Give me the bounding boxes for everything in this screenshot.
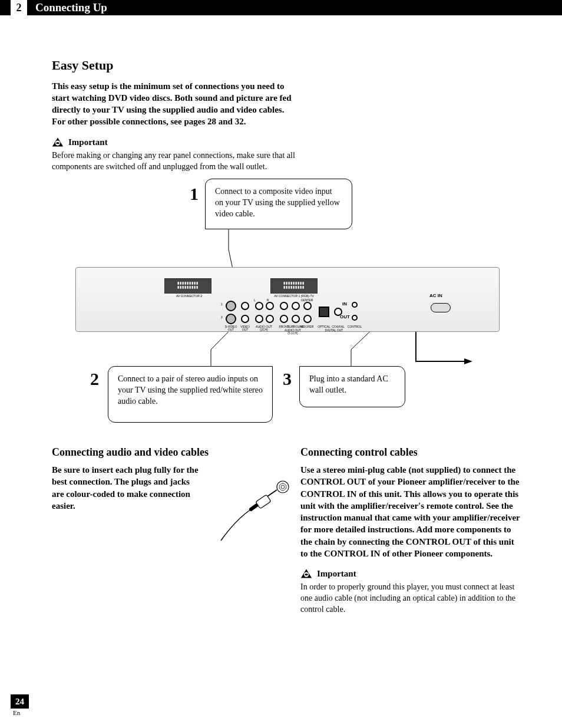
intro-page-ref: pages 28 and 32. <box>184 117 246 126</box>
setup-diagram: 1 Connect to a composite video input on … <box>52 179 521 438</box>
label-r1: R <box>267 299 269 302</box>
page-number: 24 <box>11 694 29 709</box>
control-out <box>352 315 358 321</box>
warning-icon <box>52 137 64 147</box>
language-code: En <box>13 709 29 717</box>
rb-co2: CONTROL OUT <box>406 537 471 546</box>
right-body: Use a stereo mini-plug cable (not suppli… <box>300 464 521 559</box>
surround-r <box>292 315 300 323</box>
important-label: Important <box>68 136 108 148</box>
control-in <box>352 302 358 308</box>
svideo-jack-1 <box>226 301 236 311</box>
page-footer: 24 En <box>11 694 29 717</box>
front-l <box>280 302 288 310</box>
chapter-number: 2 <box>11 0 27 15</box>
front-r <box>280 315 288 323</box>
audio2ch-l <box>255 302 263 310</box>
label-out: OUT <box>340 315 350 319</box>
svg-rect-8 <box>256 495 271 509</box>
label-control: CONTROL <box>346 325 363 328</box>
section-intro: This easy setup is the minimum set of co… <box>52 80 299 128</box>
callout-2: Connect to a pair of stereo audio inputs… <box>108 366 273 423</box>
rca-plug-illustration <box>218 479 295 543</box>
label-digital: DIGITAL OUT <box>321 329 347 332</box>
chapter-title: Connecting Up <box>35 0 107 15</box>
rb-ci: CONTROL IN <box>300 489 356 499</box>
rb5: of other Pioneer components. <box>380 549 492 558</box>
rb-ci2: CONTROL IN <box>324 549 380 558</box>
label-center: CENTER <box>300 299 314 302</box>
label-audio51: AUDIO OUT (5.1CH) <box>280 329 306 335</box>
svg-point-6 <box>279 483 286 490</box>
callout-3: Plug into a standard AC wall outlet. <box>299 366 405 407</box>
ac-inlet <box>431 303 451 312</box>
intro-text: This easy setup is the minimum set of co… <box>52 81 292 127</box>
optical-out <box>319 307 329 317</box>
scart-connector-1: ▮▮▮▮▮▮▮▮▮▮▮▮▮▮▮▮▮▮ <box>270 278 318 294</box>
video-out-1 <box>241 302 249 310</box>
video-out-2 <box>241 315 249 323</box>
section-title: Easy Setup <box>52 57 521 74</box>
callout-1: Connect to a composite video input on yo… <box>205 179 352 229</box>
svideo-jack-2 <box>226 314 236 324</box>
svg-point-5 <box>277 481 289 493</box>
label-acin: AC IN <box>429 294 442 298</box>
warning-icon <box>300 568 312 579</box>
center-jack <box>303 302 312 310</box>
scart-connector-2: ▮▮▮▮▮▮▮▮▮▮▮▮▮▮▮▮▮▮ <box>164 278 211 294</box>
audio2ch-r <box>266 302 274 310</box>
label-video: VIDEO OUT <box>237 325 253 331</box>
audio2ch-l2 <box>255 315 263 323</box>
callout-3-number: 3 <box>283 367 292 391</box>
label-av2: AV CONNECTOR 2 <box>166 295 213 298</box>
important-heading-2: Important <box>300 568 521 579</box>
label-in: IN <box>342 302 347 307</box>
woofer-jack <box>303 315 312 323</box>
rb2: of your Pioneer amplifier/receiver to th… <box>366 477 519 486</box>
label-coaxial: COAXIAL <box>330 325 346 328</box>
label-l1: L <box>254 299 256 302</box>
callout-1-number: 1 <box>190 182 199 206</box>
label-woofer: WOOFER <box>300 325 314 328</box>
rb1: Use a stereo mini-plug cable (not suppli… <box>300 465 515 475</box>
label-row2: 2 <box>221 316 223 319</box>
important-text-2: In order to properly ground this player,… <box>300 582 521 615</box>
surround-l <box>292 302 300 310</box>
label-av1: AV CONNECTOR 1 (RGB)-TV <box>266 295 322 298</box>
label-row1: 1 <box>221 303 223 306</box>
right-heading: Connecting control cables <box>300 445 521 459</box>
audio2ch-r2 <box>266 315 274 323</box>
callout-2-number: 2 <box>90 367 99 391</box>
left-body: Be sure to insert each plug fully for th… <box>52 464 199 512</box>
left-heading: Connecting audio and video cables <box>52 445 272 459</box>
important-text: Before making or changing any rear panel… <box>52 150 311 173</box>
important-label-2: Important <box>317 568 356 579</box>
device-rear-panel: ▮▮▮▮▮▮▮▮▮▮▮▮▮▮▮▮▮▮ AV CONNECTOR 2 ▮▮▮▮▮▮… <box>75 267 500 332</box>
rb-co: CONTROL OUT <box>300 477 366 486</box>
label-audio2ch: AUDIO OUT (2CH) <box>253 325 275 331</box>
right-column: Connecting control cables Use a stereo m… <box>300 445 521 615</box>
svg-marker-2 <box>464 358 472 364</box>
chapter-header: 2 Connecting Up <box>0 0 562 15</box>
label-optical: OPTICAL <box>316 325 332 328</box>
important-heading: Important <box>52 136 521 148</box>
svg-point-7 <box>281 485 285 489</box>
svg-line-9 <box>267 490 277 496</box>
